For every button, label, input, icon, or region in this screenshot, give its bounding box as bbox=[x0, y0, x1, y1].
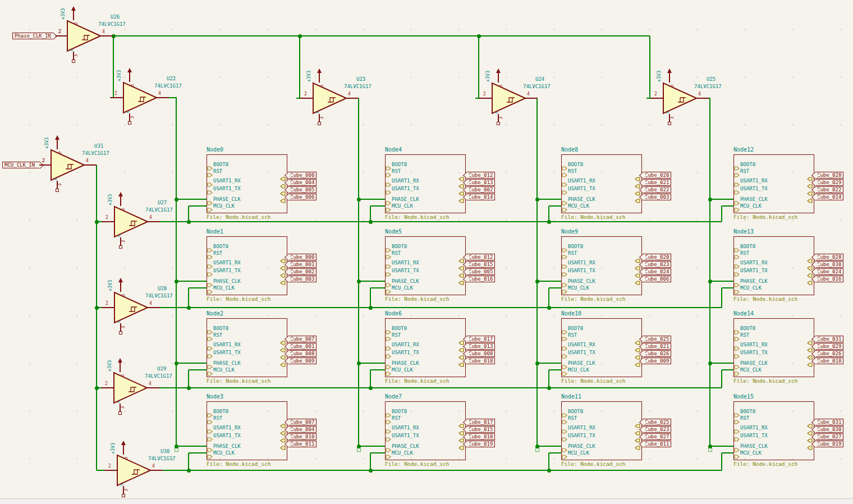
wire-segment[interactable] bbox=[537, 363, 561, 364]
hier-label-cube[interactable]: Cube_020 bbox=[643, 172, 671, 178]
hier-label-cube[interactable]: Cube_010 bbox=[467, 433, 495, 440]
wire-segment[interactable] bbox=[548, 288, 549, 308]
hier-label-cube[interactable]: Cube_025 bbox=[643, 419, 671, 425]
hier-label-cube[interactable]: Cube_002 bbox=[467, 186, 495, 193]
hier-label-cube[interactable]: Cube_016 bbox=[815, 276, 843, 282]
hier-label-cube[interactable]: Cube_031 bbox=[815, 419, 843, 425]
wire-segment[interactable] bbox=[189, 369, 207, 370]
hier-label-cube[interactable]: Cube_002 bbox=[288, 268, 317, 275]
hier-label-cube[interactable]: Cube_029 bbox=[815, 179, 843, 186]
wire-segment[interactable] bbox=[188, 206, 189, 222]
wire-segment[interactable] bbox=[370, 370, 371, 388]
wire-segment[interactable] bbox=[548, 206, 549, 222]
wire-segment[interactable] bbox=[721, 288, 722, 308]
wire-segment[interactable] bbox=[478, 36, 479, 98]
hier-label-cube[interactable]: Cube_000 bbox=[288, 254, 317, 260]
wire-segment[interactable] bbox=[188, 288, 189, 308]
wire-segment[interactable] bbox=[189, 287, 207, 288]
wire-segment[interactable] bbox=[548, 370, 549, 388]
hier-label-cube[interactable]: Cube_021 bbox=[643, 179, 671, 186]
hier-label-cube[interactable]: Cube_015 bbox=[467, 261, 495, 268]
hier-label-cube[interactable]: Cube_018 bbox=[467, 358, 495, 364]
wire-segment[interactable] bbox=[370, 206, 371, 222]
hier-label-cube[interactable]: Cube_030 bbox=[815, 261, 843, 268]
hier-label-cube[interactable]: Cube_013 bbox=[467, 179, 495, 186]
wire-segment[interactable] bbox=[370, 287, 385, 288]
wire-segment[interactable] bbox=[358, 98, 359, 450]
wire-segment[interactable] bbox=[370, 288, 371, 308]
hier-label-cube[interactable]: Cube_012 bbox=[467, 254, 495, 260]
hier-label-cube[interactable]: Cube_005 bbox=[288, 186, 317, 193]
hier-label-cube[interactable]: Cube_015 bbox=[467, 426, 495, 433]
wire-segment[interactable] bbox=[97, 470, 105, 471]
wire-segment[interactable] bbox=[188, 370, 189, 388]
wire-segment[interactable] bbox=[722, 287, 733, 288]
wire-segment[interactable] bbox=[721, 206, 722, 222]
wire-segment[interactable] bbox=[176, 281, 207, 282]
hier-label-cube[interactable]: Cube_008 bbox=[467, 350, 495, 357]
hier-label-cube[interactable]: Cube_024 bbox=[643, 268, 671, 275]
bottom-scrollbar[interactable] bbox=[0, 498, 853, 504]
hier-label-cube[interactable]: Cube_004 bbox=[288, 426, 317, 433]
hier-label-cube[interactable]: Cube_031 bbox=[815, 336, 843, 342]
wire-segment[interactable] bbox=[159, 387, 722, 388]
wire-segment[interactable] bbox=[536, 98, 538, 450]
hier-label-cube[interactable]: Cube_017 bbox=[467, 419, 495, 425]
wire-segment[interactable] bbox=[549, 369, 561, 370]
hier-label-cube[interactable]: Cube_021 bbox=[643, 343, 671, 350]
hier-label-cube[interactable]: Cube_019 bbox=[815, 441, 843, 447]
wire-segment[interactable] bbox=[537, 199, 561, 200]
hier-label-cube[interactable]: Cube_027 bbox=[643, 433, 671, 440]
wire-segment[interactable] bbox=[549, 452, 561, 453]
wire-segment[interactable] bbox=[163, 470, 722, 471]
hier-label-cube[interactable]: Cube_013 bbox=[467, 343, 495, 350]
wire-segment[interactable] bbox=[113, 36, 114, 98]
hier-label-cube[interactable]: Cube_019 bbox=[467, 441, 495, 447]
hier-label-cube[interactable]: Cube_017 bbox=[467, 336, 495, 342]
hier-label-cube[interactable]: Cube_016 bbox=[467, 276, 495, 282]
hier-label-cube[interactable]: Cube_010 bbox=[288, 433, 317, 440]
hier-label-cube[interactable]: Cube_001 bbox=[288, 343, 317, 350]
wire-segment[interactable] bbox=[721, 370, 722, 388]
wire-segment[interactable] bbox=[176, 98, 177, 450]
hier-label-cube[interactable]: Cube_022 bbox=[815, 186, 843, 193]
hier-label-cube[interactable]: Cube_020 bbox=[643, 254, 671, 260]
hier-label-cube[interactable]: Cube_026 bbox=[815, 350, 843, 357]
wire-segment[interactable] bbox=[370, 452, 385, 453]
wire-segment[interactable] bbox=[710, 363, 733, 364]
hier-label-cube[interactable]: Cube_008 bbox=[288, 350, 317, 357]
hier-label-cube[interactable]: Cube_006 bbox=[288, 194, 317, 200]
wire-segment[interactable] bbox=[359, 446, 385, 447]
wire-segment[interactable] bbox=[299, 36, 300, 98]
wire-segment[interactable] bbox=[370, 205, 385, 207]
hier-label-cube[interactable]: Cube_009 bbox=[643, 358, 671, 364]
hier-label-cube[interactable]: Cube_014 bbox=[815, 194, 843, 200]
hier-label-cube[interactable]: Cube_025 bbox=[643, 336, 671, 342]
wire-segment[interactable] bbox=[721, 453, 722, 470]
wire-segment[interactable] bbox=[112, 35, 650, 36]
wire-segment[interactable] bbox=[649, 36, 650, 98]
wire-segment[interactable] bbox=[710, 199, 733, 200]
hier-label-cube[interactable]: Cube_006 bbox=[643, 276, 671, 282]
wire-segment[interactable] bbox=[710, 281, 733, 282]
wire-segment[interactable] bbox=[176, 199, 207, 200]
hier-label-cube[interactable]: Cube_004 bbox=[288, 179, 317, 186]
wire-segment[interactable] bbox=[722, 205, 733, 207]
wire-segment[interactable] bbox=[96, 165, 97, 470]
wire-segment[interactable] bbox=[370, 453, 371, 470]
hier-label-cube[interactable]: Cube_003 bbox=[288, 276, 317, 282]
wire-segment[interactable] bbox=[359, 363, 385, 364]
hier-label-cube[interactable]: Cube_011 bbox=[643, 441, 671, 447]
hier-label-cube[interactable]: Cube_030 bbox=[815, 426, 843, 433]
hier-label-cube[interactable]: Cube_026 bbox=[643, 350, 671, 357]
hier-label-cube[interactable]: Cube_003 bbox=[643, 194, 671, 200]
wire-segment[interactable] bbox=[160, 307, 722, 308]
wire-segment[interactable] bbox=[176, 446, 207, 447]
wire-segment[interactable] bbox=[359, 199, 385, 200]
wire-segment[interactable] bbox=[537, 446, 561, 447]
wire-segment[interactable] bbox=[160, 221, 722, 222]
wire-segment[interactable] bbox=[709, 98, 710, 450]
hier-label-cube[interactable]: Cube_028 bbox=[815, 254, 843, 260]
hier-label-cube[interactable]: Cube_001 bbox=[288, 261, 317, 268]
wire-segment[interactable] bbox=[189, 205, 207, 207]
